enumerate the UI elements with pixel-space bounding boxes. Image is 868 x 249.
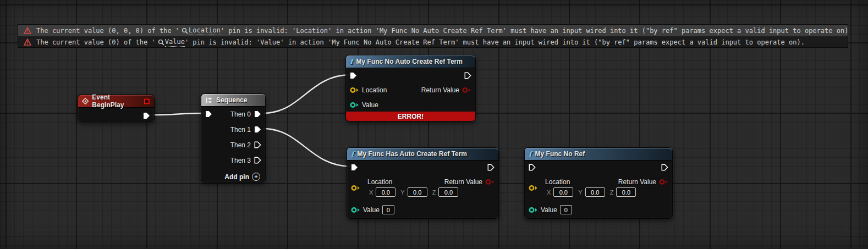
pin-row-return-value: Return Value xyxy=(421,86,471,94)
node-header[interactable]: Sequence xyxy=(201,94,265,107)
add-pin-button[interactable]: Add pin + xyxy=(224,173,260,181)
warning-text-prefix: The current value (0, 0, 0) of the ' xyxy=(36,27,179,35)
vector-pin-icon[interactable] xyxy=(350,87,359,93)
pin-label: Then 0 xyxy=(230,110,251,118)
vector-pin-icon[interactable] xyxy=(351,185,360,191)
exec-out-pin[interactable] xyxy=(142,112,151,120)
event-bind-icon[interactable] xyxy=(144,98,150,104)
axis-y-label: Y xyxy=(578,189,582,196)
warning-text-suffix: ' pin is invalid: 'Location' in action '… xyxy=(221,27,848,35)
node-func-no-ref[interactable]: f My Func No Ref Location X 0.0 Y 0.0 Z … xyxy=(524,147,673,219)
compiler-warnings-panel: The current value (0, 0, 0) of the ' Loc… xyxy=(18,24,848,48)
pin-row-value: Value 0 xyxy=(529,205,572,214)
exec-in-pin[interactable] xyxy=(350,163,359,171)
vector-y-input[interactable]: 0.0 xyxy=(585,187,605,197)
search-icon xyxy=(182,27,188,34)
axis-x-label: X xyxy=(369,189,373,196)
exec-out-pin-then3[interactable] xyxy=(254,156,262,164)
pin-label-return-value: Return Value xyxy=(421,86,459,94)
wire-then0-to-func-no-auto[interactable] xyxy=(263,75,351,113)
vector-z-input[interactable]: 0.0 xyxy=(438,187,458,197)
exec-in-pin[interactable] xyxy=(205,110,213,118)
function-icon: f xyxy=(350,58,353,66)
node-event-beginplay[interactable]: Event BeginPlay xyxy=(78,95,155,122)
pin-label: Then 3 xyxy=(230,157,251,164)
pin-label-location: Location xyxy=(367,178,392,186)
node-header[interactable]: f My Func No Ref xyxy=(525,148,672,161)
node-sequence[interactable]: Sequence Then 0 Then 1 Then 2 Then 3 Add… xyxy=(201,93,266,182)
vector-input-row: X 0.0 Y 0.0 Z 0.0 xyxy=(369,187,458,197)
node-func-no-auto-create-ref-term[interactable]: f My Func No Auto Create Ref Term Locati… xyxy=(345,55,476,121)
pin-row-return-value: Return Value xyxy=(618,178,668,186)
pin-label-location: Location xyxy=(545,178,570,186)
exec-out-pin-then2[interactable] xyxy=(254,141,262,149)
pin-row-value: Value 0 xyxy=(351,205,394,214)
node-title: Sequence xyxy=(216,96,248,104)
pin-row-return-value: Return Value xyxy=(444,178,495,186)
pin-hyperlink-value[interactable]: Value xyxy=(165,38,185,47)
node-header[interactable]: f My Func Has Auto Create Ref Term xyxy=(347,148,498,161)
pin-row-location: Location xyxy=(350,86,387,94)
exec-out-pin-then1[interactable] xyxy=(254,125,262,134)
warning-icon xyxy=(24,38,31,46)
vector-x-input[interactable]: 0.0 xyxy=(376,187,395,197)
vector-y-input[interactable]: 0.0 xyxy=(408,187,427,197)
node-func-has-auto-create-ref-term[interactable]: f My Func Has Auto Create Ref Term Locat… xyxy=(347,147,499,219)
blueprint-graph-canvas[interactable]: The current value (0, 0, 0) of the ' Loc… xyxy=(0,0,868,249)
plus-circle-icon: + xyxy=(252,173,260,181)
pin-row-then0: Then 0 xyxy=(230,110,262,118)
pin-label-value: Value xyxy=(362,101,378,109)
wire-then1-to-func-has-auto[interactable] xyxy=(263,129,352,167)
sequence-icon xyxy=(205,97,213,104)
pin-row-value: Value xyxy=(350,101,378,109)
pin-label-location: Location xyxy=(362,86,387,94)
error-banner: ERROR! xyxy=(346,112,475,121)
function-icon: f xyxy=(529,150,532,158)
warning-row[interactable]: The current value (0, 0, 0) of the ' Loc… xyxy=(18,25,848,36)
node-header[interactable]: f My Func No Auto Create Ref Term xyxy=(346,56,475,68)
vector-z-input[interactable]: 0.0 xyxy=(616,187,636,197)
pin-label: Then 1 xyxy=(230,126,251,134)
axis-x-label: X xyxy=(547,189,551,196)
node-title: My Func No Auto Create Ref Term xyxy=(356,58,463,65)
node-header[interactable]: Event BeginPlay xyxy=(78,95,154,108)
int-pin-icon[interactable] xyxy=(351,207,360,213)
exec-out-pin[interactable] xyxy=(464,71,472,80)
value-input[interactable]: 0 xyxy=(382,205,394,214)
vector-x-input[interactable]: 0.0 xyxy=(553,187,573,197)
function-icon: f xyxy=(351,150,354,158)
pin-row-then2: Then 2 xyxy=(230,141,262,149)
node-title: My Func No Ref xyxy=(535,150,585,158)
wire-beginplay-to-sequence[interactable] xyxy=(151,113,205,115)
pin-label-value: Value xyxy=(541,206,557,214)
pin-label-return-value: Return Value xyxy=(618,178,656,186)
axis-z-label: Z xyxy=(432,189,436,196)
bool-pin-icon[interactable] xyxy=(659,179,668,185)
axis-y-label: Y xyxy=(400,189,404,196)
pin-label: Then 2 xyxy=(230,141,251,149)
exec-in-pin[interactable] xyxy=(349,71,358,80)
exec-out-pin-then0[interactable] xyxy=(254,110,262,118)
warning-text-prefix: The current value (0) of the ' xyxy=(36,38,156,46)
vector-pin-icon[interactable] xyxy=(529,185,538,191)
int-pin-icon[interactable] xyxy=(529,207,538,213)
warning-row[interactable]: The current value (0) of the ' Value ' p… xyxy=(18,36,848,48)
int-pin-icon[interactable] xyxy=(350,102,359,108)
exec-out-pin[interactable] xyxy=(487,163,495,171)
warning-text-suffix: ' pin is invalid: 'Value' in action 'My … xyxy=(185,38,805,46)
exec-out-pin[interactable] xyxy=(661,163,669,171)
bool-pin-icon[interactable] xyxy=(485,179,495,185)
bool-pin-icon[interactable] xyxy=(462,87,471,93)
exec-in-pin[interactable] xyxy=(528,163,536,171)
pin-hyperlink-location[interactable]: Location xyxy=(189,26,221,35)
value-input[interactable]: 0 xyxy=(560,205,572,214)
node-title: My Func Has Auto Create Ref Term xyxy=(358,150,467,158)
vector-input-row: X 0.0 Y 0.0 Z 0.0 xyxy=(547,187,636,197)
add-pin-label: Add pin xyxy=(224,173,249,181)
pin-label-return-value: Return Value xyxy=(444,178,482,186)
warning-icon xyxy=(24,27,31,34)
node-title: Event BeginPlay xyxy=(92,93,138,109)
pin-row-then1: Then 1 xyxy=(230,125,262,134)
axis-z-label: Z xyxy=(610,189,614,196)
event-icon xyxy=(82,97,89,105)
